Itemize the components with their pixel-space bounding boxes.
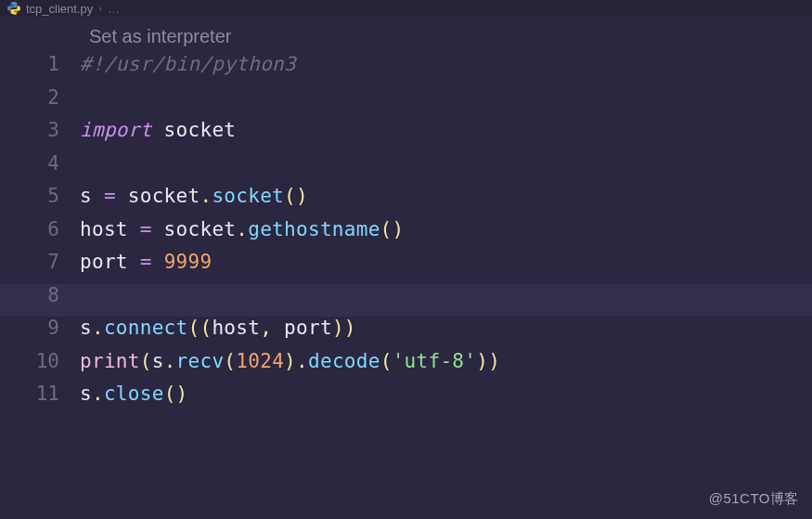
- breadcrumb-more[interactable]: …: [108, 2, 120, 16]
- code-token: ): [332, 317, 344, 339]
- code-token: .: [92, 383, 104, 405]
- code-line[interactable]: 7port = 9999: [0, 251, 812, 284]
- code-token: socket: [152, 119, 237, 141]
- code-token: s: [80, 317, 92, 339]
- code-content[interactable]: print(s.recv(1024).decode('utf-8')): [80, 350, 500, 372]
- breadcrumb-filename[interactable]: tcp_client.py: [26, 2, 93, 16]
- code-token: (: [380, 218, 393, 240]
- code-lines[interactable]: 1#!/usr/bin/python323import socket45s = …: [0, 53, 812, 416]
- line-number: 4: [0, 152, 80, 175]
- code-content[interactable]: s.connect((host, port)): [80, 317, 356, 339]
- code-token: =: [140, 251, 152, 273]
- line-number: 6: [0, 218, 80, 240]
- code-token: =: [140, 218, 152, 240]
- breadcrumb[interactable]: tcp_client.py › …: [0, 0, 812, 17]
- code-token: ): [344, 317, 356, 339]
- code-token: ): [393, 218, 405, 240]
- code-line[interactable]: 5s = socket.socket(): [0, 185, 812, 218]
- code-token: ): [488, 350, 500, 372]
- code-token: 1024: [236, 350, 284, 372]
- line-number: 3: [0, 119, 80, 141]
- code-content[interactable]: s = socket.socket(): [80, 185, 308, 207]
- code-line[interactable]: 9s.connect((host, port)): [0, 317, 812, 350]
- code-token: import: [80, 119, 152, 141]
- line-number: 5: [0, 185, 80, 207]
- code-line[interactable]: 6host = socket.gethostname(): [0, 218, 812, 252]
- chevron-right-icon: ›: [98, 3, 102, 14]
- code-content[interactable]: s.close(): [80, 383, 188, 405]
- code-line[interactable]: 10print(s.recv(1024).decode('utf-8')): [0, 350, 812, 383]
- python-icon: [7, 2, 20, 15]
- code-token: [152, 251, 164, 273]
- code-token: .: [236, 218, 248, 240]
- line-number: 7: [0, 251, 80, 273]
- code-line[interactable]: 2: [0, 86, 812, 120]
- line-number: 1: [0, 53, 80, 75]
- code-token: s: [152, 350, 164, 372]
- code-token: port: [272, 317, 332, 339]
- code-token: (: [200, 317, 212, 339]
- line-number: 9: [0, 317, 80, 339]
- code-token: ): [476, 350, 488, 372]
- line-number: 11: [0, 383, 80, 405]
- watermark: @51CTO博客: [709, 490, 799, 508]
- set-as-interpreter-hint[interactable]: Set as interpreter: [80, 22, 231, 53]
- code-token: s: [80, 383, 92, 405]
- line-number: 2: [0, 86, 80, 109]
- code-token: .: [200, 185, 212, 207]
- code-token: gethostname: [248, 218, 380, 240]
- code-token: (: [188, 317, 200, 339]
- interpreter-hint-row: Set as interpreter: [0, 22, 812, 53]
- code-token: .: [164, 350, 176, 372]
- line-number: 8: [0, 284, 80, 306]
- code-token: ): [284, 350, 296, 372]
- code-content[interactable]: port = 9999: [80, 251, 212, 273]
- code-token: 'utf-8': [393, 350, 477, 372]
- code-token: (: [284, 185, 296, 207]
- code-token: port: [80, 251, 140, 273]
- code-token: host: [80, 218, 140, 240]
- code-token: decode: [308, 350, 380, 372]
- code-token: s: [80, 185, 104, 207]
- code-token: =: [104, 185, 116, 207]
- code-token: ): [296, 185, 308, 207]
- code-line[interactable]: 8: [0, 284, 812, 318]
- code-token: (: [164, 383, 176, 405]
- code-token: recv: [176, 350, 225, 372]
- code-line[interactable]: 11s.close(): [0, 383, 812, 416]
- code-token: close: [104, 383, 164, 405]
- code-token: host: [212, 317, 260, 339]
- code-content[interactable]: #!/usr/bin/python3: [80, 53, 296, 75]
- gutter-spacer: [0, 22, 80, 53]
- code-token: .: [92, 317, 104, 339]
- code-token: 9999: [164, 251, 213, 273]
- line-number: 10: [0, 350, 80, 372]
- code-content[interactable]: import socket: [80, 119, 236, 141]
- code-line[interactable]: 3import socket: [0, 119, 812, 152]
- code-token: print: [80, 350, 140, 372]
- code-line[interactable]: 4: [0, 152, 812, 186]
- code-token: socket: [116, 185, 200, 207]
- code-token: (: [380, 350, 393, 372]
- code-content[interactable]: host = socket.gethostname(): [80, 218, 405, 240]
- code-token: (: [140, 350, 152, 372]
- code-line[interactable]: 1#!/usr/bin/python3: [0, 53, 812, 86]
- code-token: connect: [104, 317, 188, 339]
- code-token: ,: [260, 317, 272, 339]
- code-token: ): [176, 383, 188, 405]
- code-token: socket: [212, 185, 284, 207]
- code-token: #!/usr/bin/python3: [80, 53, 296, 75]
- code-token: socket: [152, 218, 237, 240]
- code-token: .: [296, 350, 308, 372]
- code-editor[interactable]: Set as interpreter 1#!/usr/bin/python323…: [0, 17, 812, 416]
- code-token: (: [224, 350, 236, 372]
